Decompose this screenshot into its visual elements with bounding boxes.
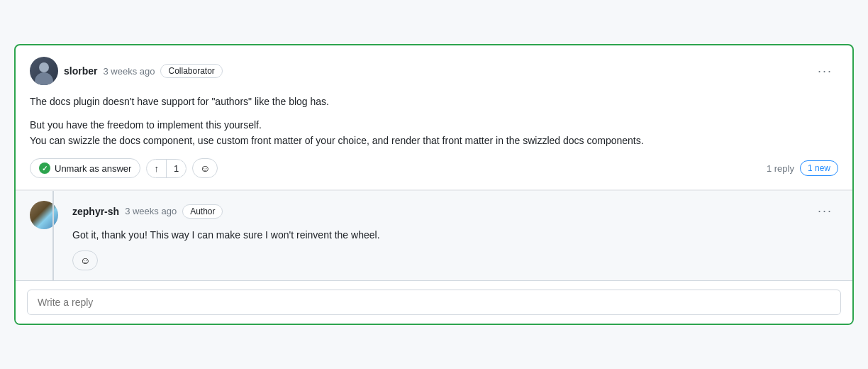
write-reply-section [16, 280, 852, 324]
reply-timestamp: 3 weeks ago [125, 206, 177, 216]
upvote-button[interactable]: ↑ [147, 160, 167, 177]
vote-button[interactable]: ↑ 1 [146, 159, 187, 178]
reply-left-border [52, 191, 54, 280]
unmark-answer-button[interactable]: Unmark as answer [30, 158, 140, 178]
reply-avatar [30, 201, 58, 229]
comment-body: The docs plugin doesn't have support for… [30, 94, 838, 148]
timestamp: 3 weeks ago [103, 66, 155, 77]
body-line2: But you have the freedom to implement th… [30, 119, 262, 131]
username: slorber [64, 65, 97, 77]
more-options-button[interactable]: ··· [812, 61, 838, 82]
reply-more-options-button[interactable]: ··· [812, 201, 838, 221]
body-line3: You can swizzle the docs component, use … [30, 135, 644, 146]
reply-info: 1 reply 1 new [767, 160, 838, 176]
reply-emoji-button[interactable]: ☺ [72, 250, 98, 270]
reply-header: zephyr-sh 3 weeks ago Author ··· [72, 201, 838, 221]
reply-actions: ☺ [72, 250, 838, 270]
reply-username: zephyr-sh [72, 206, 119, 217]
reply-count: 1 reply [767, 163, 794, 174]
reply-comment: zephyr-sh 3 weeks ago Author ··· Got it,… [16, 191, 852, 280]
write-reply-input[interactable] [27, 290, 841, 315]
reply-body: Got it, thank you! This way I can make s… [72, 227, 838, 243]
new-badge: 1 new [800, 160, 838, 176]
check-icon [39, 163, 50, 174]
collaborator-badge: Collaborator [160, 64, 222, 78]
body-line1: The docs plugin doesn't have support for… [30, 94, 838, 109]
replies-section: zephyr-sh 3 weeks ago Author ··· Got it,… [16, 190, 852, 280]
comment-header: slorber 3 weeks ago Collaborator ··· [30, 57, 838, 85]
body-line2-3: But you have the freedom to implement th… [30, 117, 838, 149]
comment-actions: Unmark as answer ↑ 1 ☺ 1 reply 1 new [30, 158, 838, 178]
avatar [30, 57, 58, 85]
main-comment: slorber 3 weeks ago Collaborator ··· The… [16, 45, 852, 190]
reply-content: zephyr-sh 3 weeks ago Author ··· Got it,… [67, 201, 838, 270]
vote-count: 1 [167, 160, 186, 177]
emoji-reaction-button[interactable]: ☺ [192, 158, 218, 178]
author-badge: Author [182, 204, 223, 219]
comment-thread: slorber 3 weeks ago Collaborator ··· The… [14, 44, 854, 325]
